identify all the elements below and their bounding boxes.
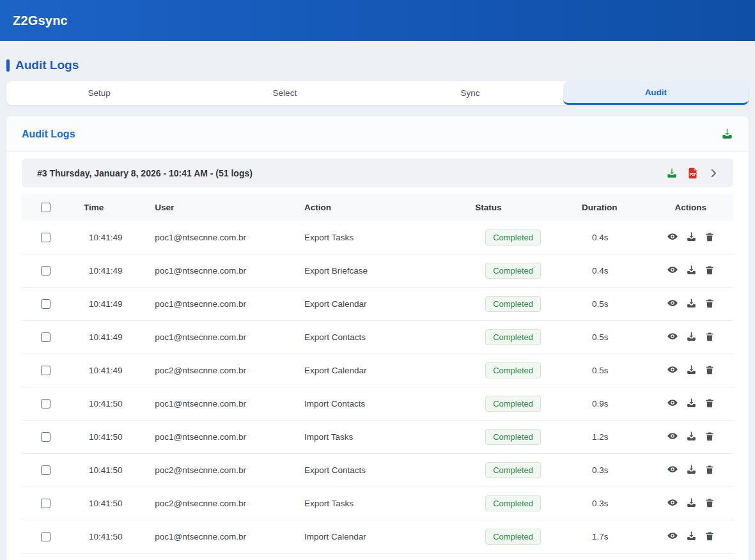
delete-log-button[interactable] <box>704 464 715 475</box>
download-log-button[interactable] <box>686 431 697 442</box>
svg-text:PDF: PDF <box>690 173 696 176</box>
download-log-button[interactable] <box>686 265 697 276</box>
app-title: Z2Gsync <box>13 13 68 28</box>
cell-time: 10:41:49 <box>79 288 150 321</box>
trash-icon <box>704 331 715 342</box>
download-icon <box>686 398 697 408</box>
table-row: 10:41:49 poc1@ntsecnne.com.br Export Tas… <box>22 221 733 254</box>
cell-user: poc2@ntsecnne.com.br <box>150 454 299 487</box>
download-log-button[interactable] <box>686 298 697 309</box>
view-log-button[interactable] <box>667 231 678 242</box>
view-log-button[interactable] <box>667 264 678 276</box>
trash-icon <box>704 531 715 541</box>
tab-audit[interactable]: Audit <box>563 81 749 105</box>
status-badge: Completed <box>485 396 541 412</box>
panel-header: Audit Logs <box>6 116 749 152</box>
download-log-button[interactable] <box>686 364 697 375</box>
row-checkbox[interactable] <box>41 465 51 475</box>
download-icon <box>686 531 697 541</box>
delete-log-button[interactable] <box>704 298 715 309</box>
trash-icon <box>704 464 715 475</box>
row-checkbox[interactable] <box>41 366 51 375</box>
log-group-label: #3 Thursday, January 8, 2026 - 10:41 AM … <box>37 168 253 178</box>
cell-user: poc2@ntsecnne.com.br <box>150 354 299 387</box>
cell-action: Export Calendar <box>299 288 470 321</box>
row-checkbox[interactable] <box>41 399 51 408</box>
row-checkbox[interactable] <box>41 332 51 342</box>
panel-title: Audit Logs <box>22 128 75 140</box>
column-header-actions: Actions <box>648 194 733 221</box>
row-checkbox[interactable] <box>41 299 51 309</box>
status-badge: Completed <box>485 462 541 478</box>
download-log-button[interactable] <box>686 531 697 541</box>
select-all-checkbox[interactable] <box>41 203 51 212</box>
view-log-button[interactable] <box>667 430 678 442</box>
tab-sync[interactable]: Sync <box>378 81 563 105</box>
eye-icon <box>667 331 678 342</box>
delete-log-button[interactable] <box>704 431 715 442</box>
row-checkbox[interactable] <box>41 432 51 442</box>
table-header-row: Time User Action Status Duration Actions <box>22 194 733 221</box>
row-actions <box>667 497 715 508</box>
delete-log-button[interactable] <box>704 364 715 375</box>
trash-icon <box>704 231 715 242</box>
row-checkbox[interactable] <box>41 499 51 508</box>
row-actions <box>667 331 715 342</box>
download-log-button[interactable] <box>686 497 697 508</box>
delete-log-button[interactable] <box>704 231 715 242</box>
cell-time: 10:41:50 <box>79 387 150 421</box>
tab-select[interactable]: Select <box>192 81 377 105</box>
delete-log-button[interactable] <box>704 497 715 508</box>
view-log-button[interactable] <box>667 497 678 508</box>
chevron-right-icon <box>708 167 719 179</box>
eye-icon <box>667 530 678 541</box>
status-badge: Completed <box>485 362 541 378</box>
group-download-button[interactable] <box>666 167 678 179</box>
table-row: 10:41:50 poc1@ntsecnne.com.br Import Tas… <box>22 421 733 454</box>
row-checkbox[interactable] <box>41 233 51 242</box>
delete-log-button[interactable] <box>704 331 715 342</box>
group-expand-button[interactable] <box>708 167 719 179</box>
view-log-button[interactable] <box>667 530 678 541</box>
cell-duration: 0.3s <box>577 487 648 520</box>
download-log-button[interactable] <box>686 464 697 475</box>
cell-duration: 1.2s <box>577 421 648 454</box>
export-all-button[interactable] <box>721 128 733 140</box>
tab-setup[interactable]: Setup <box>6 81 192 105</box>
group-pdf-export-button[interactable]: PDF <box>687 167 698 179</box>
cell-user: poc1@ntsecnne.com.br <box>150 554 299 560</box>
cell-duration: 0.5s <box>577 321 648 354</box>
cell-time: 10:41:49 <box>79 354 150 387</box>
view-log-button[interactable] <box>667 331 678 342</box>
table-row: 10:41:49 poc1@ntsecnne.com.br Export Cal… <box>22 288 733 321</box>
cell-action: Import Contacts <box>299 387 470 421</box>
cell-duration: 1.7s <box>577 520 648 554</box>
delete-log-button[interactable] <box>704 531 715 541</box>
download-log-button[interactable] <box>686 231 697 242</box>
row-checkbox[interactable] <box>41 532 51 541</box>
status-badge: Completed <box>485 529 541 545</box>
download-icon <box>686 298 697 309</box>
cell-duration: 0.5s <box>577 354 648 387</box>
download-icon <box>721 128 733 140</box>
download-log-button[interactable] <box>686 398 697 408</box>
cell-action: Export Calendar <box>299 354 470 387</box>
cell-user: poc2@ntsecnne.com.br <box>150 487 299 520</box>
view-log-button[interactable] <box>667 397 678 408</box>
cell-time: 10:41:49 <box>79 221 150 254</box>
row-actions <box>667 463 715 475</box>
download-log-button[interactable] <box>686 331 697 342</box>
delete-log-button[interactable] <box>704 398 715 408</box>
download-icon <box>686 431 697 442</box>
log-group-header[interactable]: #3 Thursday, January 8, 2026 - 10:41 AM … <box>22 159 733 187</box>
table-row: 10:41:51 poc1@ntsecnne.com.br Import Bri… <box>22 554 733 560</box>
view-log-button[interactable] <box>667 463 678 475</box>
cell-duration: 0.4s <box>577 254 648 288</box>
cell-duration: 0.5s <box>577 288 648 321</box>
trash-icon <box>704 265 715 276</box>
view-log-button[interactable] <box>667 297 678 309</box>
log-group-actions: PDF <box>666 167 719 179</box>
view-log-button[interactable] <box>667 364 678 375</box>
row-checkbox[interactable] <box>41 266 51 276</box>
delete-log-button[interactable] <box>704 265 715 276</box>
